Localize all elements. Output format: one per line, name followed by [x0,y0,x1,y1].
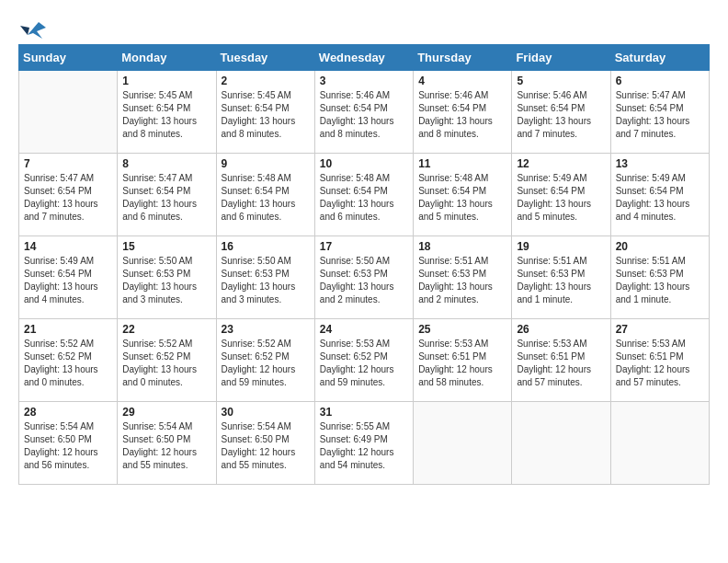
calendar-cell: 22Sunrise: 5:52 AM Sunset: 6:52 PM Dayli… [118,319,216,402]
calendar-cell: 19Sunrise: 5:51 AM Sunset: 6:53 PM Dayli… [512,236,610,319]
day-info: Sunrise: 5:51 AM Sunset: 6:53 PM Dayligh… [616,255,704,306]
logo [18,18,46,35]
calendar-cell: 21Sunrise: 5:52 AM Sunset: 6:52 PM Dayli… [19,319,118,402]
day-info: Sunrise: 5:49 AM Sunset: 6:54 PM Dayligh… [616,172,704,224]
calendar-cell: 6Sunrise: 5:47 AM Sunset: 6:54 PM Daylig… [610,71,709,154]
day-header-monday: Monday [118,45,216,71]
day-info: Sunrise: 5:45 AM Sunset: 6:54 PM Dayligh… [222,89,310,141]
day-info: Sunrise: 5:49 AM Sunset: 6:54 PM Dayligh… [24,255,112,306]
day-number: 12 [517,157,605,170]
day-number: 30 [222,406,310,419]
day-number: 6 [616,75,704,87]
calendar-cell: 14Sunrise: 5:49 AM Sunset: 6:54 PM Dayli… [19,236,118,319]
day-number: 15 [122,240,210,253]
day-number: 9 [222,157,310,170]
day-number: 5 [517,75,605,87]
day-header-saturday: Saturday [610,45,709,71]
day-info: Sunrise: 5:54 AM Sunset: 6:50 PM Dayligh… [122,420,210,472]
day-number: 1 [122,75,210,87]
day-info: Sunrise: 5:54 AM Sunset: 6:50 PM Dayligh… [222,420,310,472]
week-row-1: 1Sunrise: 5:45 AM Sunset: 6:54 PM Daylig… [19,71,710,154]
day-number: 16 [222,240,310,253]
day-number: 21 [24,323,112,336]
day-info: Sunrise: 5:45 AM Sunset: 6:54 PM Dayligh… [122,89,210,141]
calendar-cell: 25Sunrise: 5:53 AM Sunset: 6:51 PM Dayli… [414,319,512,402]
day-number: 7 [24,157,112,170]
calendar-table: SundayMondayTuesdayWednesdayThursdayFrid… [18,44,710,485]
calendar-cell [610,402,709,485]
calendar-cell: 13Sunrise: 5:49 AM Sunset: 6:54 PM Dayli… [610,154,709,236]
day-info: Sunrise: 5:46 AM Sunset: 6:54 PM Dayligh… [517,89,605,141]
day-info: Sunrise: 5:50 AM Sunset: 6:53 PM Dayligh… [122,255,210,306]
day-number: 11 [418,157,506,170]
day-info: Sunrise: 5:47 AM Sunset: 6:54 PM Dayligh… [122,172,210,224]
day-number: 24 [320,323,408,336]
day-info: Sunrise: 5:48 AM Sunset: 6:54 PM Dayligh… [418,172,506,224]
week-row-4: 21Sunrise: 5:52 AM Sunset: 6:52 PM Dayli… [19,319,710,402]
day-number: 23 [222,323,310,336]
day-header-tuesday: Tuesday [216,45,314,71]
calendar-cell: 4Sunrise: 5:46 AM Sunset: 6:54 PM Daylig… [414,71,512,154]
calendar-cell: 10Sunrise: 5:48 AM Sunset: 6:54 PM Dayli… [314,154,413,236]
calendar-cell: 5Sunrise: 5:46 AM Sunset: 6:54 PM Daylig… [512,71,610,154]
calendar-cell: 9Sunrise: 5:48 AM Sunset: 6:54 PM Daylig… [216,154,314,236]
calendar-cell: 12Sunrise: 5:49 AM Sunset: 6:54 PM Dayli… [512,154,610,236]
day-info: Sunrise: 5:51 AM Sunset: 6:53 PM Dayligh… [517,255,605,306]
calendar-cell [19,71,118,154]
calendar-cell: 17Sunrise: 5:50 AM Sunset: 6:53 PM Dayli… [314,236,413,319]
header-row: SundayMondayTuesdayWednesdayThursdayFrid… [19,45,710,71]
calendar-cell: 18Sunrise: 5:51 AM Sunset: 6:53 PM Dayli… [414,236,512,319]
calendar-cell: 2Sunrise: 5:45 AM Sunset: 6:54 PM Daylig… [216,71,314,154]
calendar-cell: 23Sunrise: 5:52 AM Sunset: 6:52 PM Dayli… [216,319,314,402]
day-header-wednesday: Wednesday [314,45,413,71]
day-info: Sunrise: 5:47 AM Sunset: 6:54 PM Dayligh… [616,89,704,141]
day-info: Sunrise: 5:53 AM Sunset: 6:51 PM Dayligh… [418,338,506,389]
calendar-cell: 16Sunrise: 5:50 AM Sunset: 6:53 PM Dayli… [216,236,314,319]
day-number: 8 [122,157,210,170]
day-info: Sunrise: 5:53 AM Sunset: 6:51 PM Dayligh… [616,338,704,389]
logo-bird-icon [20,18,46,39]
calendar-cell: 3Sunrise: 5:46 AM Sunset: 6:54 PM Daylig… [314,71,413,154]
day-info: Sunrise: 5:48 AM Sunset: 6:54 PM Dayligh… [320,172,408,224]
day-number: 19 [517,240,605,253]
calendar-cell: 29Sunrise: 5:54 AM Sunset: 6:50 PM Dayli… [118,402,216,485]
svg-marker-0 [28,22,46,39]
day-number: 27 [616,323,704,336]
day-info: Sunrise: 5:51 AM Sunset: 6:53 PM Dayligh… [418,255,506,306]
day-number: 18 [418,240,506,253]
day-info: Sunrise: 5:53 AM Sunset: 6:52 PM Dayligh… [320,338,408,389]
week-row-2: 7Sunrise: 5:47 AM Sunset: 6:54 PM Daylig… [19,154,710,236]
calendar-cell: 1Sunrise: 5:45 AM Sunset: 6:54 PM Daylig… [118,71,216,154]
day-info: Sunrise: 5:47 AM Sunset: 6:54 PM Dayligh… [24,172,112,224]
day-header-thursday: Thursday [414,45,512,71]
calendar-cell: 28Sunrise: 5:54 AM Sunset: 6:50 PM Dayli… [19,402,118,485]
day-number: 14 [24,240,112,253]
calendar-cell: 15Sunrise: 5:50 AM Sunset: 6:53 PM Dayli… [118,236,216,319]
calendar-cell [414,402,512,485]
day-number: 20 [616,240,704,253]
day-number: 31 [320,406,408,419]
day-info: Sunrise: 5:52 AM Sunset: 6:52 PM Dayligh… [222,338,310,389]
day-number: 25 [418,323,506,336]
day-info: Sunrise: 5:50 AM Sunset: 6:53 PM Dayligh… [320,255,408,306]
week-row-3: 14Sunrise: 5:49 AM Sunset: 6:54 PM Dayli… [19,236,710,319]
calendar-cell: 26Sunrise: 5:53 AM Sunset: 6:51 PM Dayli… [512,319,610,402]
day-info: Sunrise: 5:50 AM Sunset: 6:53 PM Dayligh… [222,255,310,306]
day-number: 13 [616,157,704,170]
day-number: 2 [222,75,310,87]
day-number: 22 [122,323,210,336]
day-number: 29 [122,406,210,419]
day-info: Sunrise: 5:48 AM Sunset: 6:54 PM Dayligh… [222,172,310,224]
week-row-5: 28Sunrise: 5:54 AM Sunset: 6:50 PM Dayli… [19,402,710,485]
day-info: Sunrise: 5:55 AM Sunset: 6:49 PM Dayligh… [320,420,408,472]
day-info: Sunrise: 5:53 AM Sunset: 6:51 PM Dayligh… [517,338,605,389]
day-header-friday: Friday [512,45,610,71]
day-info: Sunrise: 5:52 AM Sunset: 6:52 PM Dayligh… [24,338,112,389]
day-info: Sunrise: 5:49 AM Sunset: 6:54 PM Dayligh… [517,172,605,224]
day-info: Sunrise: 5:46 AM Sunset: 6:54 PM Dayligh… [418,89,506,141]
calendar-cell: 7Sunrise: 5:47 AM Sunset: 6:54 PM Daylig… [19,154,118,236]
calendar-cell: 11Sunrise: 5:48 AM Sunset: 6:54 PM Dayli… [414,154,512,236]
calendar-cell: 31Sunrise: 5:55 AM Sunset: 6:49 PM Dayli… [314,402,413,485]
day-info: Sunrise: 5:52 AM Sunset: 6:52 PM Dayligh… [122,338,210,389]
day-info: Sunrise: 5:46 AM Sunset: 6:54 PM Dayligh… [320,89,408,141]
